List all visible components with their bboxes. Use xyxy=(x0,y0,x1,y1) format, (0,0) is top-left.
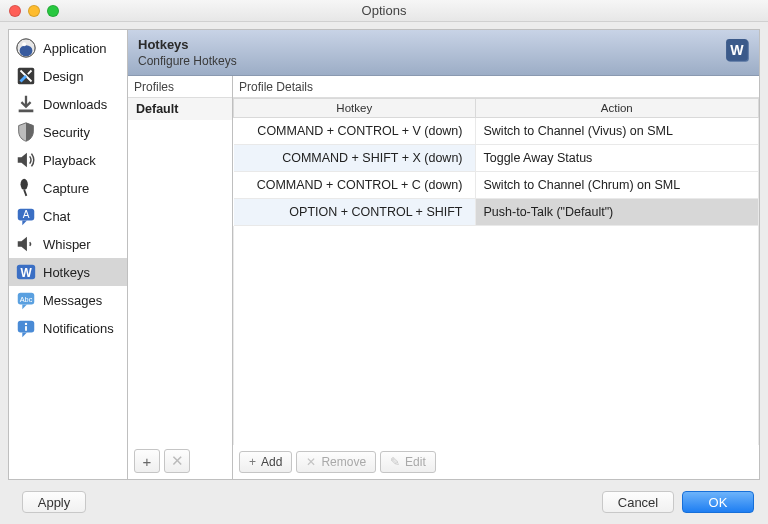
dialog-footer: Apply Cancel OK xyxy=(0,480,768,524)
hotkeys-table[interactable]: Hotkey Action COMMAND + CONTROL + V (dow… xyxy=(233,98,759,226)
sidebar-item-label: Messages xyxy=(43,293,102,308)
cancel-button[interactable]: Cancel xyxy=(602,491,674,513)
sidebar-item-label: Design xyxy=(43,69,83,84)
category-sidebar: Application Design Downloads Security Pl… xyxy=(8,29,128,480)
details-panel: Profile Details Hotkey Action xyxy=(233,76,759,479)
whisper-icon xyxy=(15,233,37,255)
panel-subtitle: Configure Hotkeys xyxy=(138,54,749,68)
profiles-panel: Profiles Default + ✕ xyxy=(128,76,233,479)
zoom-window-button[interactable] xyxy=(47,5,59,17)
pencil-icon: ✎ xyxy=(390,456,400,468)
profile-row[interactable]: Default xyxy=(128,98,232,120)
download-icon xyxy=(15,93,37,115)
sidebar-item-label: Playback xyxy=(43,153,96,168)
hotkeys-icon: W xyxy=(15,261,37,283)
hotkey-cell: COMMAND + CONTROL + V (down) xyxy=(234,118,476,145)
speaker-icon xyxy=(15,149,37,171)
sidebar-item-playback[interactable]: Playback xyxy=(9,146,127,174)
plus-icon: + xyxy=(143,453,152,470)
svg-point-15 xyxy=(25,323,27,325)
column-hotkey[interactable]: Hotkey xyxy=(234,99,476,118)
hotkeys-table-wrap: Hotkey Action COMMAND + CONTROL + V (dow… xyxy=(233,97,759,445)
sidebar-item-whisper[interactable]: Whisper xyxy=(9,230,127,258)
details-toolbar: +Add ✕Remove ✎Edit xyxy=(233,445,759,479)
sidebar-item-label: Hotkeys xyxy=(43,265,90,280)
main-panel: Hotkeys Configure Hotkeys W Profiles Def… xyxy=(128,29,760,480)
action-cell: Push-to-Talk ("Default") xyxy=(475,199,759,226)
sidebar-item-capture[interactable]: Capture xyxy=(9,174,127,202)
titlebar: Options xyxy=(0,0,768,22)
details-title: Profile Details xyxy=(233,76,759,97)
svg-rect-16 xyxy=(25,326,27,331)
profiles-toolbar: + ✕ xyxy=(128,443,232,479)
content-area: Application Design Downloads Security Pl… xyxy=(0,22,768,480)
table-empty-area xyxy=(233,226,759,445)
svg-point-3 xyxy=(22,42,26,46)
action-cell: Toggle Away Status xyxy=(475,145,759,172)
sidebar-item-label: Downloads xyxy=(43,97,107,112)
profiles-title: Profiles xyxy=(128,76,232,97)
apply-button[interactable]: Apply xyxy=(22,491,86,513)
info-icon xyxy=(15,317,37,339)
sidebar-item-label: Capture xyxy=(43,181,89,196)
sidebar-item-design[interactable]: Design xyxy=(9,62,127,90)
add-hotkey-button[interactable]: +Add xyxy=(239,451,292,473)
chat-icon: A xyxy=(15,205,37,227)
sidebar-item-label: Application xyxy=(43,41,107,56)
application-icon xyxy=(15,37,37,59)
svg-text:W: W xyxy=(20,266,32,280)
panels: Profiles Default + ✕ Profile Details xyxy=(128,76,759,479)
svg-rect-7 xyxy=(23,190,27,197)
profiles-list[interactable]: Default xyxy=(128,97,232,443)
button-label: Add xyxy=(261,455,282,469)
table-row[interactable]: COMMAND + SHIFT + X (down) Toggle Away S… xyxy=(234,145,759,172)
svg-point-6 xyxy=(21,179,28,190)
panel-title: Hotkeys xyxy=(138,37,749,52)
sidebar-item-chat[interactable]: A Chat xyxy=(9,202,127,230)
remove-profile-button[interactable]: ✕ xyxy=(164,449,190,473)
sidebar-item-label: Chat xyxy=(43,209,70,224)
add-profile-button[interactable]: + xyxy=(134,449,160,473)
svg-point-1 xyxy=(20,45,33,56)
svg-rect-5 xyxy=(19,110,34,113)
close-window-button[interactable] xyxy=(9,5,21,17)
sidebar-item-downloads[interactable]: Downloads xyxy=(9,90,127,118)
plus-icon: + xyxy=(249,456,256,468)
hotkey-cell: COMMAND + CONTROL + C (down) xyxy=(234,172,476,199)
microphone-icon xyxy=(15,177,37,199)
sidebar-item-notifications[interactable]: Notifications xyxy=(9,314,127,342)
design-icon xyxy=(15,65,37,87)
messages-icon: Abc xyxy=(15,289,37,311)
button-label: Remove xyxy=(321,455,366,469)
column-action[interactable]: Action xyxy=(475,99,759,118)
ok-button[interactable]: OK xyxy=(682,491,754,513)
sidebar-item-label: Notifications xyxy=(43,321,114,336)
hotkeys-icon: W xyxy=(725,38,751,68)
hotkey-cell: OPTION + CONTROL + SHIFT xyxy=(234,199,476,226)
profile-name: Default xyxy=(136,102,178,116)
sidebar-item-security[interactable]: Security xyxy=(9,118,127,146)
sidebar-item-label: Security xyxy=(43,125,90,140)
hotkey-cell: COMMAND + SHIFT + X (down) xyxy=(234,145,476,172)
action-cell: Switch to Channel (Chrum) on SML xyxy=(475,172,759,199)
table-row[interactable]: COMMAND + CONTROL + V (down) Switch to C… xyxy=(234,118,759,145)
sidebar-item-hotkeys[interactable]: W Hotkeys xyxy=(9,258,127,286)
edit-hotkey-button[interactable]: ✎Edit xyxy=(380,451,436,473)
action-cell: Switch to Channel (Vivus) on SML xyxy=(475,118,759,145)
button-label: Edit xyxy=(405,455,426,469)
svg-text:Abc: Abc xyxy=(20,295,33,304)
shield-icon xyxy=(15,121,37,143)
minimize-window-button[interactable] xyxy=(28,5,40,17)
sidebar-item-messages[interactable]: Abc Messages xyxy=(9,286,127,314)
remove-icon: ✕ xyxy=(171,452,184,470)
window-title: Options xyxy=(0,3,768,18)
svg-text:A: A xyxy=(23,209,30,220)
remove-hotkey-button[interactable]: ✕Remove xyxy=(296,451,376,473)
options-window: Options Application Design Downloads Sec… xyxy=(0,0,768,524)
table-row[interactable]: OPTION + CONTROL + SHIFT Push-to-Talk ("… xyxy=(234,199,759,226)
sidebar-item-application[interactable]: Application xyxy=(9,34,127,62)
svg-text:W: W xyxy=(730,42,744,58)
sidebar-item-label: Whisper xyxy=(43,237,91,252)
remove-icon: ✕ xyxy=(306,456,316,468)
table-row[interactable]: COMMAND + CONTROL + C (down) Switch to C… xyxy=(234,172,759,199)
